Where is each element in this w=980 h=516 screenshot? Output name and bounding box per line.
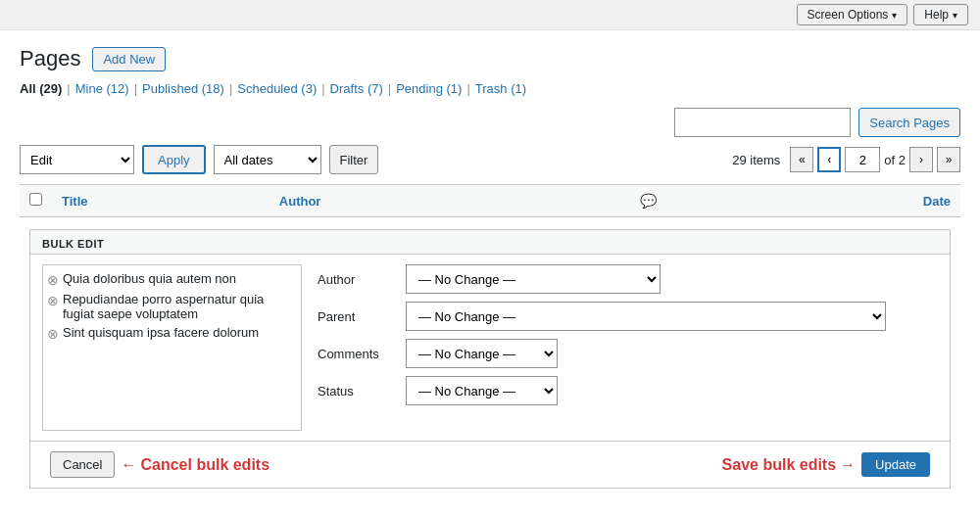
filter-mine[interactable]: Mine (12) xyxy=(75,81,129,96)
field-row-author: Author — No Change — xyxy=(318,264,938,294)
col-title-header[interactable]: Title xyxy=(52,185,270,217)
filter-pending[interactable]: Pending (1) xyxy=(396,81,462,96)
chevron-down-icon: ▾ xyxy=(892,10,897,21)
comments-select[interactable]: — No Change — xyxy=(406,339,558,368)
status-select[interactable]: — No Change — xyxy=(406,376,558,405)
bulk-edit-body: ⊗ Quia doloribus quia autem non ⊗ Repudi… xyxy=(30,255,950,441)
date-filter-select[interactable]: All dates xyxy=(214,145,321,174)
cancel-annotation: Cancel Cancel bulk edits xyxy=(50,451,270,478)
help-button[interactable]: Help ▾ xyxy=(913,4,968,25)
col-date-header[interactable]: Date xyxy=(735,185,960,217)
parent-select[interactable]: — No Change — xyxy=(406,302,886,331)
page-total: of 2 xyxy=(884,153,906,167)
arrow-right-icon xyxy=(840,456,856,474)
bulk-edit-panel: BULK EDIT ⊗ Quia doloribus quia autem no… xyxy=(29,229,951,489)
author-select[interactable]: — No Change — xyxy=(406,264,661,294)
pagination-wrap: 29 items « ‹ of 2 › » xyxy=(732,147,960,172)
page-title: Pages xyxy=(20,46,80,71)
last-page-button[interactable]: » xyxy=(937,147,960,172)
select-all-checkbox[interactable] xyxy=(29,193,42,206)
update-button[interactable]: Update xyxy=(861,452,930,477)
filter-published[interactable]: Published (18) xyxy=(142,81,224,96)
cancel-button[interactable]: Cancel xyxy=(50,451,115,478)
tablenav-top: Edit Bulk Actions Move to Trash Apply Al… xyxy=(20,145,960,174)
col-comments-header: 💬 xyxy=(563,185,736,217)
bulk-edit-header: BULK EDIT xyxy=(30,230,950,255)
pages-table: Title Author 💬 Date BULK EDIT ⊗ xyxy=(20,184,960,500)
cancel-annotation-text: Cancel bulk edits xyxy=(140,456,270,474)
field-row-status: Status — No Change — xyxy=(318,376,938,405)
field-label-author: Author xyxy=(318,272,396,287)
first-page-button[interactable]: « xyxy=(790,147,813,172)
remove-page-icon[interactable]: ⊗ xyxy=(47,326,59,342)
field-label-status: Status xyxy=(318,384,396,399)
filter-links: All (29) | Mine (12) | Published (18) | … xyxy=(20,81,960,96)
filter-button[interactable]: Filter xyxy=(329,145,379,174)
bulk-edit-row: BULK EDIT ⊗ Quia doloribus quia autem no… xyxy=(20,217,960,501)
chevron-down-icon: ▾ xyxy=(953,10,957,21)
field-label-parent: Parent xyxy=(318,309,396,324)
filter-drafts[interactable]: Drafts (7) xyxy=(330,81,383,96)
field-row-parent: Parent — No Change — xyxy=(318,302,938,331)
search-input[interactable] xyxy=(674,108,851,137)
bulk-edit-footer: Cancel Cancel bulk edits Save bulk edits xyxy=(30,441,950,488)
add-new-button[interactable]: Add New xyxy=(92,47,166,71)
filter-all[interactable]: All (29) xyxy=(20,81,62,96)
save-annotation: Save bulk edits Update xyxy=(722,452,930,477)
page-title-item: Quia doloribus quia autem non xyxy=(63,271,236,286)
search-row: Search Pages xyxy=(20,108,960,137)
apply-button[interactable]: Apply xyxy=(142,145,206,174)
items-count: 29 items xyxy=(732,153,780,167)
field-label-comments: Comments xyxy=(318,347,396,361)
remove-page-icon[interactable]: ⊗ xyxy=(47,272,59,288)
list-item: ⊗ Quia doloribus quia autem non xyxy=(47,269,297,290)
filter-scheduled[interactable]: Scheduled (3) xyxy=(237,81,317,96)
help-label: Help xyxy=(924,8,949,22)
bulk-action-select[interactable]: Edit Bulk Actions Move to Trash xyxy=(20,145,134,174)
remove-page-icon[interactable]: ⊗ xyxy=(47,293,59,308)
prev-page-button[interactable]: ‹ xyxy=(817,147,841,172)
list-item: ⊗ Repudiandae porro aspernatur quia fugi… xyxy=(47,290,297,323)
comment-bubble-icon: 💬 xyxy=(640,193,657,209)
next-page-button[interactable]: › xyxy=(909,147,933,172)
page-number-input[interactable] xyxy=(845,147,880,172)
field-row-comments: Comments — No Change — xyxy=(318,339,938,368)
bulk-edit-fields: Author — No Change — Parent — No Change … xyxy=(318,264,938,431)
screen-options-label: Screen Options xyxy=(808,8,889,22)
save-annotation-text: Save bulk edits xyxy=(722,456,837,474)
screen-options-button[interactable]: Screen Options ▾ xyxy=(797,4,908,25)
search-pages-button[interactable]: Search Pages xyxy=(858,108,960,137)
arrow-left-icon: Cancel bulk edits xyxy=(121,456,270,474)
top-bar: Screen Options ▾ Help ▾ xyxy=(0,0,980,30)
page-title-item: Sint quisquam ipsa facere dolorum xyxy=(63,325,259,340)
list-item: ⊗ Sint quisquam ipsa facere dolorum xyxy=(47,323,297,344)
save-annotation-text-wrap: Save bulk edits xyxy=(722,456,857,474)
col-author-header[interactable]: Author xyxy=(270,185,563,217)
bulk-edit-pages-list: ⊗ Quia doloribus quia autem non ⊗ Repudi… xyxy=(42,264,302,431)
page-title-item: Repudiandae porro aspernatur quia fugiat… xyxy=(63,292,297,321)
filter-trash[interactable]: Trash (1) xyxy=(475,81,526,96)
